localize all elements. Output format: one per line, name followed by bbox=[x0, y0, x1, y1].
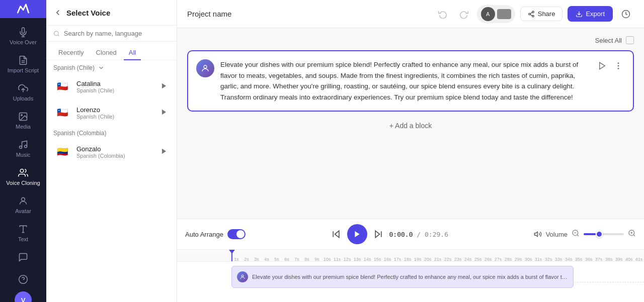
sidebar-item-text[interactable]: Text bbox=[0, 219, 46, 247]
ruler-mark: 40s bbox=[624, 257, 634, 262]
share-button[interactable]: Share bbox=[520, 7, 563, 21]
play-lorenzo-button[interactable] bbox=[158, 107, 170, 119]
voice-item-lorenzo[interactable]: 🇨🇱 Lorenzo Spanish (Chile) bbox=[46, 99, 177, 126]
ruler-marks: 1s2s3s4s5s6s7s8s9s10s11s12s13s14s15s16s1… bbox=[177, 250, 644, 262]
voice-item-gonzalo[interactable]: 🇨🇴 Gonzalo Spanish (Colombia) bbox=[46, 139, 177, 165]
undo-button[interactable] bbox=[435, 6, 451, 22]
sidebar-item-import-script[interactable]: Import Script bbox=[0, 50, 46, 78]
play-catalina-button[interactable] bbox=[158, 80, 170, 93]
svg-line-37 bbox=[577, 235, 579, 236]
redo-button[interactable] bbox=[456, 6, 472, 22]
play-gonzalo-button[interactable] bbox=[158, 146, 170, 158]
sidebar-item-avatar[interactable]: Avatar bbox=[0, 191, 46, 219]
ruler-mark: 23s bbox=[453, 257, 463, 262]
block-play-button[interactable] bbox=[596, 59, 609, 74]
export-button[interactable]: Export bbox=[568, 6, 613, 22]
ruler-mark: 39s bbox=[614, 257, 624, 262]
gonzalo-flag: 🇨🇴 bbox=[53, 143, 71, 161]
play-icon bbox=[353, 230, 361, 238]
export-label: Export bbox=[586, 10, 605, 18]
tab-all[interactable]: All bbox=[124, 46, 141, 60]
voice-item-catalina[interactable]: 🇨🇱 Catalina Spanish (Chile) bbox=[46, 73, 177, 99]
add-block-button[interactable]: + Add a block bbox=[381, 118, 440, 134]
play-pause-button[interactable] bbox=[347, 224, 367, 244]
block-avatar bbox=[196, 59, 214, 77]
zoom-in-button[interactable] bbox=[628, 229, 636, 239]
playback-area: Auto Arrange bbox=[177, 219, 644, 302]
ruler-mark: 21s bbox=[433, 257, 443, 262]
select-all-bar: Select All bbox=[187, 36, 634, 44]
time-separator: / bbox=[417, 231, 425, 238]
ruler-mark: 32s bbox=[543, 257, 553, 262]
playhead bbox=[231, 250, 232, 261]
skip-forward-icon bbox=[373, 229, 383, 239]
voice-list: Spanish (Chile) 🇨🇱 Catalina Spanish (Chi… bbox=[46, 60, 177, 302]
sidebar-item-label: Media bbox=[16, 124, 31, 130]
history-button[interactable] bbox=[618, 6, 634, 22]
voice-panel-title: Select Voice bbox=[66, 9, 110, 17]
search-input[interactable] bbox=[64, 30, 170, 37]
voice-group-colombia[interactable]: Spanish (Colombia) bbox=[46, 126, 177, 139]
sidebar-item-label: Import Script bbox=[8, 67, 39, 73]
ruler-mark: 24s bbox=[463, 257, 473, 262]
ruler-mark: 30s bbox=[523, 257, 533, 262]
svg-line-22 bbox=[530, 12, 532, 13]
select-all-checkbox[interactable] bbox=[626, 36, 634, 44]
zoom-fill bbox=[584, 233, 596, 235]
topbar-actions: A Share Export bbox=[435, 5, 634, 23]
skip-back-icon bbox=[331, 229, 341, 239]
svg-point-27 bbox=[618, 63, 619, 64]
svg-point-19 bbox=[528, 13, 530, 15]
ruler-mark: 18s bbox=[403, 257, 413, 262]
back-button[interactable] bbox=[53, 8, 62, 17]
text-block[interactable]: Elevate your dishes with our premium spi… bbox=[187, 50, 634, 112]
svg-point-28 bbox=[618, 65, 619, 66]
voice-group-chile[interactable]: Spanish (Chile) bbox=[46, 60, 177, 73]
zoom-slider[interactable] bbox=[584, 233, 624, 235]
tab-recently[interactable]: Recently bbox=[53, 46, 89, 60]
zoom-thumb bbox=[596, 231, 603, 238]
svg-marker-30 bbox=[335, 231, 339, 237]
chat-icon[interactable] bbox=[0, 247, 46, 267]
sidebar-item-music[interactable]: Music bbox=[0, 135, 46, 163]
voice-panel-header: Select Voice bbox=[46, 0, 177, 26]
track-block[interactable]: Elevate your dishes with our premium spi… bbox=[231, 266, 574, 288]
ruler-mark: 13s bbox=[352, 257, 362, 262]
svg-point-25 bbox=[204, 65, 207, 68]
volume-icon bbox=[534, 230, 542, 238]
svg-marker-32 bbox=[355, 231, 359, 237]
sidebar-item-voice-cloning[interactable]: Voice Cloning bbox=[0, 163, 46, 191]
left-navigation: Voice Over Import Script Uploads bbox=[0, 0, 46, 302]
block-more-button[interactable] bbox=[612, 59, 625, 74]
skip-forward-button[interactable] bbox=[373, 229, 383, 239]
help-icon[interactable] bbox=[0, 269, 46, 289]
lorenzo-name: Lorenzo bbox=[76, 106, 153, 114]
play-icon bbox=[160, 109, 168, 116]
time-current: 0:00.0 bbox=[389, 231, 413, 238]
sidebar-item-media[interactable]: Media bbox=[0, 107, 46, 135]
svg-point-13 bbox=[54, 31, 59, 36]
zoom-in-icon bbox=[628, 229, 636, 237]
ruler-mark: 2s bbox=[242, 257, 252, 262]
skip-back-button[interactable] bbox=[331, 229, 341, 239]
sidebar-item-voice-over[interactable]: Voice Over bbox=[0, 22, 46, 50]
tab-cloned[interactable]: Cloned bbox=[91, 46, 122, 60]
svg-point-8 bbox=[22, 197, 25, 201]
ruler-mark: 16s bbox=[382, 257, 392, 262]
user-avatar[interactable]: V bbox=[15, 291, 32, 302]
svg-marker-33 bbox=[375, 231, 379, 237]
export-icon bbox=[576, 11, 583, 18]
auto-arrange-toggle[interactable] bbox=[227, 229, 246, 239]
collaborators-group[interactable]: A bbox=[477, 5, 515, 23]
collaborator-avatar: A bbox=[481, 7, 495, 21]
zoom-out-button[interactable] bbox=[572, 229, 580, 239]
track-block-text: Elevate your dishes with our premium spi… bbox=[252, 274, 568, 280]
timeline-tracks: Elevate your dishes with our premium spi… bbox=[177, 262, 644, 302]
app-logo[interactable] bbox=[0, 0, 46, 18]
ruler-mark: 11s bbox=[332, 257, 342, 262]
svg-point-7 bbox=[20, 169, 24, 173]
svg-point-20 bbox=[532, 15, 534, 17]
sidebar-item-label: Voice Over bbox=[10, 39, 37, 45]
sidebar-item-uploads[interactable]: Uploads bbox=[0, 78, 46, 107]
ruler-mark: 31s bbox=[533, 257, 543, 262]
